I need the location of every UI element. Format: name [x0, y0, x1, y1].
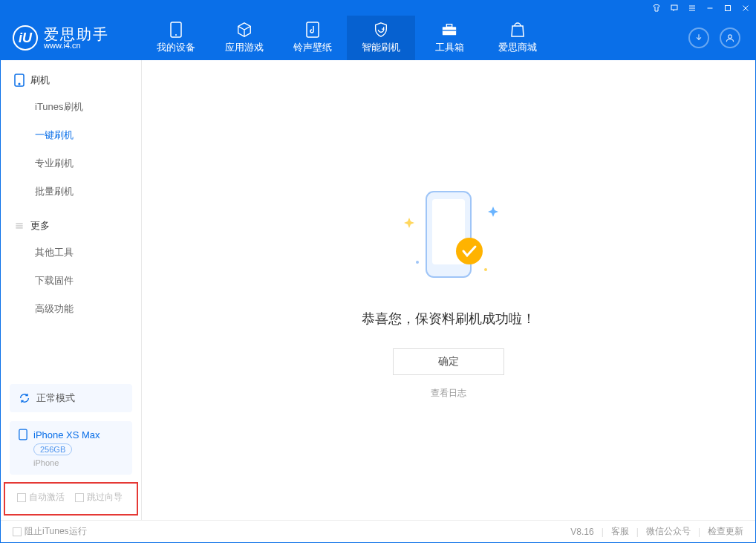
- svg-point-9: [175, 34, 177, 36]
- sidebar-item-pro-flash[interactable]: 专业刷机: [35, 149, 141, 178]
- phone-icon: [14, 74, 25, 87]
- sidebar-item-batch-flash[interactable]: 批量刷机: [35, 178, 141, 206]
- sync-icon: [19, 392, 30, 404]
- view-log-link[interactable]: 查看日志: [431, 387, 466, 400]
- header-right: [688, 27, 755, 48]
- svg-point-23: [456, 238, 483, 264]
- cube-icon: [236, 22, 252, 38]
- tab-smart-flash[interactable]: 智能刷机: [347, 16, 415, 60]
- footer-link-wechat[interactable]: 微信公众号: [646, 525, 691, 538]
- app-url: www.i4.cn: [44, 42, 109, 50]
- maximize-icon[interactable]: [723, 3, 733, 13]
- device-name: iPhone XS Max: [33, 429, 100, 440]
- main-content: 恭喜您，保资料刷机成功啦！ 确定 查看日志: [142, 60, 755, 520]
- svg-rect-5: [726, 6, 731, 11]
- device-mode-label: 正常模式: [36, 391, 75, 405]
- device-mode-box[interactable]: 正常模式: [10, 384, 132, 412]
- confirm-button[interactable]: 确定: [393, 348, 504, 375]
- sidebar-item-advanced[interactable]: 高级功能: [35, 295, 141, 323]
- more-icon: [14, 221, 25, 231]
- app-window: iU 爱思助手 www.i4.cn 我的设备 应用游戏 铃声壁纸 智能刷机: [0, 0, 756, 543]
- tab-store[interactable]: 爱思商城: [483, 16, 552, 60]
- logo-icon: iU: [13, 25, 38, 51]
- footer-link-support[interactable]: 客服: [611, 525, 629, 538]
- svg-rect-11: [443, 27, 456, 35]
- app-title: 爱思助手: [44, 27, 109, 42]
- device-info-box[interactable]: iPhone XS Max 256GB iPhone: [10, 421, 132, 475]
- bag-icon: [509, 22, 526, 38]
- logo[interactable]: iU 爱思助手 www.i4.cn: [1, 25, 142, 51]
- device-storage: 256GB: [33, 443, 72, 455]
- device-icon: [168, 22, 184, 38]
- success-illustration: [382, 181, 515, 292]
- download-button[interactable]: [688, 27, 709, 48]
- svg-rect-10: [307, 22, 319, 37]
- sidebar-item-download-firmware[interactable]: 下载固件: [35, 267, 141, 295]
- svg-rect-0: [671, 5, 677, 10]
- svg-rect-12: [446, 25, 452, 27]
- tab-ringtones-wallpapers[interactable]: 铃声壁纸: [278, 16, 347, 60]
- feedback-icon[interactable]: [669, 3, 680, 13]
- sidebar-section-more: 更多: [1, 206, 141, 238]
- tab-toolbox[interactable]: 工具箱: [415, 16, 483, 60]
- svg-rect-20: [19, 429, 27, 440]
- sidebar-item-other-tools[interactable]: 其他工具: [35, 238, 141, 267]
- footer: 阻止iTunes运行 V8.16 | 客服 | 微信公众号 | 检查更新: [1, 520, 755, 542]
- footer-link-check-update[interactable]: 检查更新: [708, 525, 743, 538]
- top-nav: 我的设备 应用游戏 铃声壁纸 智能刷机 工具箱 爱思商城: [142, 16, 552, 60]
- sidebar: 刷机 iTunes刷机 一键刷机 专业刷机 批量刷机 更多 其他工具 下载固件 …: [1, 60, 142, 520]
- options-highlighted-box: 自动激活 跳过向导: [4, 482, 138, 516]
- device-type: iPhone: [33, 458, 123, 467]
- sidebar-section-flash: 刷机: [1, 60, 141, 93]
- success-message: 恭喜您，保资料刷机成功啦！: [362, 310, 535, 328]
- toolbox-icon: [441, 22, 457, 38]
- svg-point-14: [729, 35, 732, 39]
- svg-point-16: [19, 83, 20, 85]
- body: 刷机 iTunes刷机 一键刷机 专业刷机 批量刷机 更多 其他工具 下载固件 …: [1, 60, 755, 520]
- minimize-icon[interactable]: [705, 3, 715, 13]
- shield-refresh-icon: [373, 22, 389, 38]
- svg-point-25: [484, 268, 487, 271]
- music-file-icon: [304, 22, 321, 38]
- svg-point-24: [416, 261, 419, 264]
- sidebar-item-itunes-flash[interactable]: iTunes刷机: [35, 93, 141, 121]
- phone-small-icon: [19, 429, 27, 440]
- tab-apps-games[interactable]: 应用游戏: [210, 16, 278, 60]
- sidebar-item-oneclick-flash[interactable]: 一键刷机: [35, 121, 141, 149]
- close-icon[interactable]: [740, 3, 751, 13]
- user-button[interactable]: [720, 27, 740, 48]
- tab-my-device[interactable]: 我的设备: [142, 16, 210, 60]
- shirt-icon[interactable]: [651, 3, 662, 13]
- menu-icon[interactable]: [687, 3, 697, 13]
- checkbox-skip-wizard[interactable]: 跳过向导: [75, 491, 123, 504]
- checkbox-block-itunes[interactable]: 阻止iTunes运行: [13, 525, 87, 538]
- window-titlebar: [1, 1, 755, 16]
- version-label: V8.16: [570, 527, 593, 537]
- checkbox-auto-activate[interactable]: 自动激活: [17, 491, 65, 504]
- header: iU 爱思助手 www.i4.cn 我的设备 应用游戏 铃声壁纸 智能刷机: [1, 16, 755, 60]
